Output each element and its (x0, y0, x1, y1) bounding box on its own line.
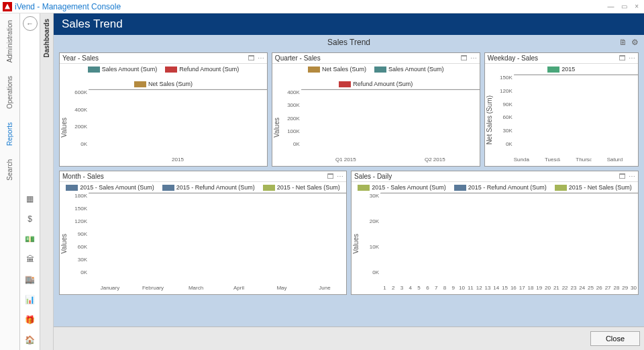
left-nav-rail: AdministrationOperationsReportsSearch (0, 13, 20, 350)
options-icon[interactable]: ⋯ (258, 54, 264, 62)
maximize-icon[interactable]: 🗖 (619, 173, 626, 180)
maximize-icon[interactable]: 🗖 (327, 173, 334, 180)
window-controls[interactable]: — ▭ × (608, 3, 641, 10)
tool-home-icon[interactable]: 🏠 (22, 332, 38, 348)
tool-gift-icon[interactable]: 🎁 (22, 312, 38, 328)
chart-panel-quarter: Quarter - Sales🗖⋯Net Sales (Sum)Sales Am… (272, 52, 480, 167)
rail-item-administration[interactable]: Administration (6, 13, 13, 69)
options-icon[interactable]: ⋯ (337, 173, 343, 180)
rail-item-operations[interactable]: Operations (6, 69, 13, 116)
tool-cash-icon[interactable]: 💵 (22, 231, 38, 247)
close-button[interactable]: Close (590, 331, 640, 346)
footer: Close (54, 326, 644, 350)
tool-store-icon[interactable]: 🏬 (22, 271, 38, 288)
tool-bank-icon[interactable]: 🏛 (22, 251, 38, 267)
options-icon[interactable]: ⋯ (629, 173, 635, 180)
rail-item-search[interactable]: Search (6, 152, 13, 187)
legend-item: Net Sales (Sum) (308, 66, 366, 73)
chart-panel-weekday: Weekday - Sales🗖⋯2015Net Sales (Sum)150K… (484, 52, 639, 167)
maximize-icon[interactable]: 🗖 (461, 54, 468, 62)
legend-item: Sales Amount (Sum) (88, 66, 158, 73)
y-axis-label: Net Sales (Sum) (485, 95, 494, 144)
legend-item: Refund Amount (Sum) (165, 66, 239, 73)
vertical-tab[interactable]: Dashboards (40, 13, 54, 350)
tool-icon-rail: ← ▦ $ 💵 🏛 🏬 📊 🎁 🏠 (20, 13, 40, 350)
app-logo-icon (3, 2, 12, 11)
dashboard-title: Sales Trend (327, 38, 370, 47)
y-axis-label: Values (60, 118, 68, 138)
maximize-icon[interactable]: 🗖 (619, 54, 626, 62)
legend-item: 2015 - Sales Amount (Sum) (358, 184, 446, 191)
tool-grid-icon[interactable]: ▦ (22, 191, 38, 207)
y-axis-label: Values (272, 118, 281, 138)
legend-item: 2015 (547, 66, 575, 73)
legend-item: Net Sales (Sum) (134, 81, 193, 87)
legend-item: 2015 - Refund Amount (Sum) (162, 184, 255, 191)
page-title: Sales Trend (54, 13, 644, 35)
title-bar: iVend - Management Console — ▭ × (0, 0, 644, 13)
panel-title: Year - Sales (62, 54, 99, 62)
legend-item: 2015 - Refund Amount (Sum) (454, 184, 547, 191)
options-icon[interactable]: ⋯ (470, 54, 477, 62)
legend-item: 2015 - Sales Amount (Sum) (66, 184, 154, 191)
y-axis-label: Values (60, 234, 68, 254)
rail-item-reports[interactable]: Reports (6, 116, 13, 152)
settings-icon[interactable]: ⚙ (631, 38, 639, 47)
options-icon[interactable]: ⋯ (629, 54, 635, 62)
dashboard-header: Sales Trend 🗎 ⚙ (54, 35, 644, 50)
panel-title: Sales - Daily (354, 173, 392, 180)
legend-item: 2015 - Net Sales (Sum) (263, 184, 340, 191)
y-axis-label: Values (352, 234, 360, 254)
legend-item: 2015 - Net Sales (Sum) (555, 184, 632, 191)
panel-title: Weekday - Sales (488, 54, 538, 62)
panel-title: Month - Sales (62, 173, 104, 180)
legend-item: Sales Amount (Sum) (374, 66, 444, 73)
tool-chart-icon[interactable]: 📊 (22, 292, 38, 308)
tool-money-icon[interactable]: $ (22, 211, 38, 227)
app-title: iVend - Management Console (15, 2, 121, 11)
chart-panel-year: Year - Sales🗖⋯Sales Amount (Sum)Refund A… (59, 52, 268, 167)
chart-panel-month: Month - Sales🗖⋯2015 - Sales Amount (Sum)… (59, 171, 347, 295)
back-button[interactable]: ← (23, 16, 38, 31)
legend-item: Refund Amount (Sum) (339, 81, 413, 87)
export-icon[interactable]: 🗎 (619, 38, 627, 47)
chart-panel-daily: Sales - Daily🗖⋯2015 - Sales Amount (Sum)… (351, 171, 639, 295)
maximize-icon[interactable]: 🗖 (248, 54, 255, 62)
panel-title: Quarter - Sales (275, 54, 321, 62)
